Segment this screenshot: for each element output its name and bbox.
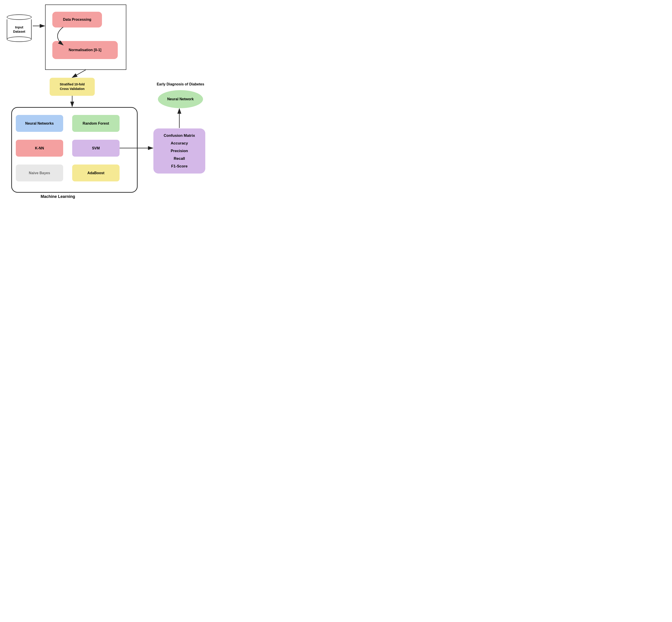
normalisation-box: Normalisation [0-1] — [52, 41, 118, 59]
cylinder-body: Input Dataset — [7, 20, 32, 40]
data-processing-box: Data Processing — [52, 12, 102, 28]
cylinder-top — [7, 14, 32, 20]
svm-box: SVM — [72, 140, 120, 157]
naive-bayes-box: Naive Bayes — [16, 165, 63, 181]
arrow-outer-to-stratified — [72, 70, 86, 77]
input-dataset: Input Dataset — [7, 13, 32, 41]
adaboost-box: AdaBoost — [72, 165, 120, 181]
neural-networks-box: Neural Networks — [16, 115, 63, 132]
ml-label: Machine Learning — [41, 194, 75, 199]
cylinder-bottom-ellipse — [7, 36, 32, 42]
diagram-container: Input Dataset Data Processing Normalisat… — [0, 0, 226, 207]
input-dataset-label: Input Dataset — [13, 25, 25, 34]
confusion-matrix-box: Confusion MatrixAccuracyPrecisionRecallF… — [153, 129, 205, 174]
early-diagnosis-label: Early Diagnosis of Diabetes — [151, 82, 210, 86]
stratified-box: Stratified 10-foldCross Validation — [50, 78, 95, 96]
knn-box: K-NN — [16, 140, 63, 157]
neural-network-ellipse: Neural Network — [158, 90, 203, 108]
random-forest-box: Random Forest — [72, 115, 120, 132]
data-processing-outer-box: Data Processing Normalisation [0-1] — [45, 4, 126, 70]
